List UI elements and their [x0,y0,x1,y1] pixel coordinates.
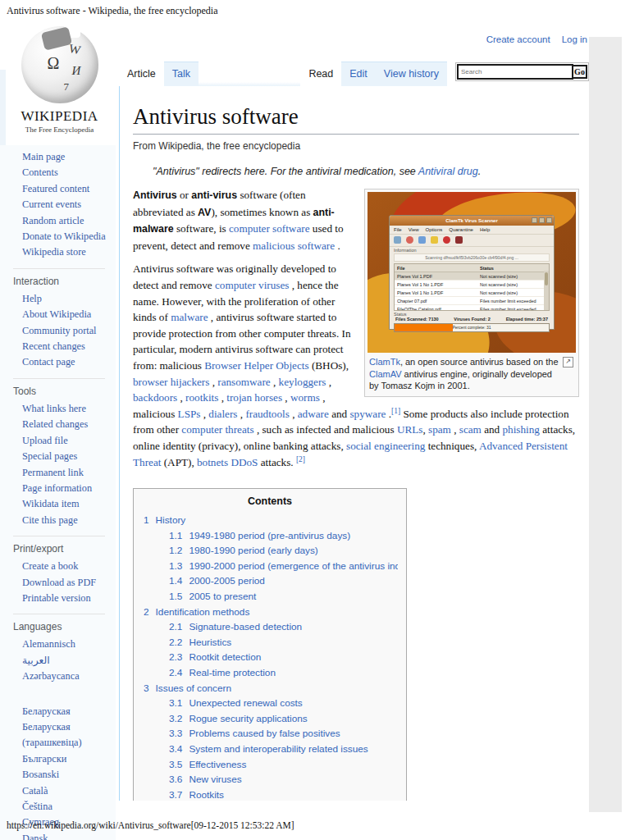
toc-link[interactable]: 3.1Unexpected renewal costs [169,697,303,709]
wiki-link[interactable]: backdoors [133,391,177,404]
wiki-link[interactable]: spyware [349,408,386,420]
sidebar-link[interactable]: Page information [22,482,92,494]
wiki-link[interactable]: social engineering [346,440,425,452]
toc-link[interactable]: 3.7Rootkits [169,789,224,801]
tab-edit[interactable]: Edit [341,62,376,86]
toc-row: 1History [144,513,398,528]
wiki-link[interactable]: fraudtools [245,408,289,420]
wiki-link[interactable]: worms [290,391,320,404]
wiki-link[interactable]: spam [428,423,451,436]
sidebar-link[interactable]: Current events [22,199,81,210]
wiki-link[interactable]: Antiviral drug [418,166,478,177]
sidebar-link[interactable]: Български [22,753,66,765]
toc-link[interactable]: 2Identification methods [144,606,249,618]
wiki-link[interactable]: computer viruses [215,279,289,291]
sidebar-link[interactable]: Bosanski [22,769,59,780]
toc-link[interactable]: 3.4System and interoperability related i… [169,743,368,755]
login-link[interactable]: Log in [562,34,587,44]
sidebar-link[interactable]: العربية [22,655,50,666]
sidebar-link[interactable]: Donate to Wikipedia [22,231,106,242]
sidebar-link[interactable]: What links here [22,403,86,414]
tab-read[interactable]: Read [300,62,341,86]
wiki-link[interactable]: malicious software [253,240,335,252]
wiki-link[interactable]: DDoS [231,456,258,468]
toc-link[interactable]: 3Issues of concern [144,682,231,694]
wiki-link[interactable]: botnets [197,456,228,468]
reference-link[interactable]: [2] [296,454,305,463]
toc-link[interactable]: 2.4Real-time protection [169,667,276,678]
sidebar-link[interactable]: Wikidata item [22,498,80,509]
toc-link[interactable]: 3.2Rogue security applications [169,713,308,724]
toc-link[interactable]: 2.1Signature-based detection [169,621,302,632]
toc-link[interactable]: 1History [144,514,185,526]
sidebar-link[interactable]: Contact page [22,356,75,368]
wikipedia-logo[interactable]: Ω W И 7 WIKIPEDIA The Free Encyclopedia [0,26,119,134]
sidebar-section-title: Languages [13,614,105,632]
tab-view-history[interactable]: View history [376,62,447,86]
sidebar-section-interaction: Interaction HelpAbout WikipediaCommunity… [0,268,116,375]
wiki-link[interactable]: computer software [229,222,310,235]
wiki-link[interactable]: rootkits [185,391,218,404]
toc-link[interactable]: 2.3Rootkit detection [169,651,261,663]
sidebar-link[interactable]: Беларуская (тарашкевіца) [22,721,82,748]
search-input[interactable] [457,64,573,80]
sidebar-link[interactable]: Featured content [22,183,89,194]
sidebar-link[interactable]: Azərbaycanca [22,670,80,682]
sidebar-link[interactable]: Community portal [22,325,97,336]
wiki-link[interactable]: computer threats [181,423,253,436]
wiki-link[interactable]: trojan horses [226,391,282,404]
sidebar-link[interactable]: Printable version [22,592,91,604]
wiki-link[interactable]: dialers [208,408,237,420]
sidebar-link[interactable]: Help [22,293,42,304]
tab-article[interactable]: Article [119,62,164,86]
magnify-icon[interactable]: ↗ [563,357,573,368]
viruses-found: Viruses Found: 2 [454,317,491,322]
sidebar-link[interactable]: Permanent link [22,467,84,478]
sidebar-nav: Main pageContentsFeatured contentCurrent… [0,145,116,265]
wiki-link[interactable]: Browser Helper Objects [204,359,308,372]
sidebar-link[interactable]: Беларуская [22,705,71,717]
wiki-link[interactable]: scam [459,423,482,436]
toc-link[interactable]: 1.31990-2000 period (emergence of the an… [169,560,398,572]
sidebar-link[interactable]: Wikipedia store [22,246,86,258]
sidebar-link[interactable]: Related changes [22,418,88,430]
file-table-row: Planes Vol 1 No 1.PDFNot scanned (size) [395,281,549,289]
wiki-link[interactable]: URLs [397,423,423,436]
sidebar-link[interactable]: Català [22,785,48,797]
sidebar-link[interactable]: Čeština [22,801,52,812]
wiki-link[interactable]: phishing [503,423,540,436]
toc-link[interactable]: 3.5Effectiveness [169,759,246,770]
sidebar-link[interactable]: Recent changes [22,340,85,352]
clamtk-screenshot-image[interactable]: ClamTk Virus Scanner FileViewOptionsQuar… [368,192,576,353]
sidebar-link[interactable]: Contents [22,167,58,178]
toc-link[interactable]: 1.21980-1990 period (early days) [169,545,318,556]
toc-link[interactable]: 3.3Problems caused by false positives [169,728,340,739]
wiki-link[interactable]: ransomware [217,376,270,388]
create-account-link[interactable]: Create account [486,34,550,44]
sidebar-link[interactable]: Special pages [22,450,77,462]
wiki-link[interactable]: malware [171,311,208,323]
wiki-link[interactable]: ClamTk [369,357,400,367]
wiki-link[interactable]: LSPs [178,408,201,420]
wiki-link[interactable]: ClamAV [369,369,402,379]
toc-link[interactable]: 1.42000-2005 period [169,575,265,587]
sidebar-link[interactable]: Create a book [22,560,78,572]
reference-link[interactable]: [1] [391,406,400,414]
sidebar-link[interactable]: Download as PDF [22,577,96,588]
toc-link[interactable]: 3.6New viruses [169,774,242,785]
sidebar-link[interactable]: Dansk [22,833,48,840]
sidebar-link[interactable]: Random article [22,215,84,226]
toc-link[interactable]: 2.2Heuristics [169,637,231,648]
wiki-link[interactable]: browser hijackers [133,376,209,388]
tab-talk[interactable]: Talk [164,62,199,86]
sidebar-link[interactable]: Main page [22,151,65,162]
sidebar-link[interactable]: Cite this page [22,514,78,526]
sidebar-link[interactable]: About Wikipedia [22,308,91,320]
search-go-button[interactable]: Go [572,65,587,79]
sidebar-link[interactable]: Upload file [22,435,68,446]
wiki-link[interactable]: keyloggers [279,376,326,388]
sidebar-link[interactable]: Alemannisch [22,638,75,650]
toc-link[interactable]: 1.11949-1980 period (pre-antivirus days) [169,530,350,541]
wiki-link[interactable]: adware [298,408,329,420]
toc-link[interactable]: 1.52005 to present [169,591,256,602]
